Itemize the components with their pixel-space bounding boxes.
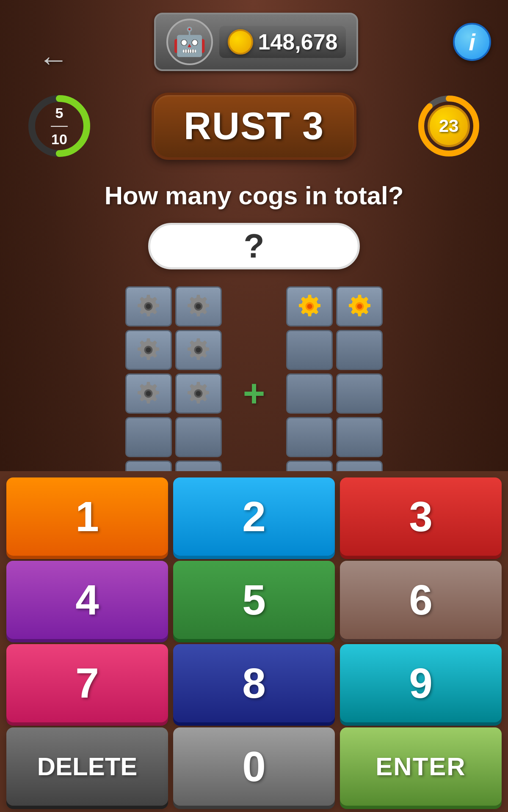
key-7-button[interactable]: 7 xyxy=(6,644,168,722)
coin-reward-display: 23 xyxy=(428,105,470,147)
svg-point-5 xyxy=(146,304,151,309)
right-cog-grid xyxy=(286,286,383,501)
back-button[interactable]: ← xyxy=(17,21,59,63)
cog-icon xyxy=(182,334,214,366)
cog-cell-empty xyxy=(125,417,172,457)
key-5-button[interactable]: 5 xyxy=(173,561,335,639)
cog-cell xyxy=(175,330,222,370)
cog-display: + xyxy=(0,286,508,501)
svg-point-11 xyxy=(196,348,201,353)
answer-value: ? xyxy=(244,227,265,266)
cog-icon xyxy=(133,378,164,409)
svg-point-7 xyxy=(196,304,201,309)
delete-button[interactable]: DELETE xyxy=(6,727,168,806)
key-6-button[interactable]: 6 xyxy=(340,561,502,639)
cog-cell-empty xyxy=(336,330,383,370)
coins-ring: 23 xyxy=(415,92,483,160)
progress-area: 5 ── 10 RUST 3 23 xyxy=(0,84,508,168)
cog-cell xyxy=(125,330,172,370)
cog-icon xyxy=(133,291,164,322)
coin-display: 148,678 xyxy=(219,26,346,58)
cog-cell-empty xyxy=(286,373,333,414)
avatar: 🤖 xyxy=(166,19,213,65)
top-center-panel: 🤖 148,678 xyxy=(154,13,359,71)
progress-fraction: 5 ── 10 xyxy=(51,106,68,146)
cog-icon xyxy=(182,291,214,322)
key-3-button[interactable]: 3 xyxy=(340,477,502,556)
cog-cell-gold xyxy=(286,286,333,326)
cog-cell-empty xyxy=(286,330,333,370)
gold-cog-icon xyxy=(294,291,326,322)
svg-point-19 xyxy=(357,304,362,309)
progress-ring: 5 ── 10 xyxy=(25,92,93,160)
keyboard-row-4: DELETE 0 ENTER xyxy=(6,727,502,806)
svg-point-15 xyxy=(196,391,201,396)
enter-button[interactable]: ENTER xyxy=(340,727,502,806)
gold-cog-icon xyxy=(344,291,375,322)
svg-point-13 xyxy=(146,391,151,396)
keyboard-row-1: 1 2 3 xyxy=(6,477,502,556)
keyboard-row-2: 4 5 6 xyxy=(6,561,502,639)
cog-cell xyxy=(175,373,222,414)
info-button[interactable]: i xyxy=(453,23,491,61)
cog-icon xyxy=(182,378,214,409)
cog-cell-empty xyxy=(175,417,222,457)
level-title: RUST 3 xyxy=(184,105,324,147)
keyboard-row-3: 7 8 9 xyxy=(6,644,502,722)
plus-icon: + xyxy=(243,372,265,415)
question-text: How many cogs in total? xyxy=(25,181,483,210)
key-8-button[interactable]: 8 xyxy=(173,644,335,722)
key-4-button[interactable]: 4 xyxy=(6,561,168,639)
cog-cell-empty xyxy=(336,417,383,457)
coins-reward: 23 xyxy=(439,116,459,136)
key-0-button[interactable]: 0 xyxy=(173,727,335,806)
answer-box: ? xyxy=(148,223,360,269)
svg-point-17 xyxy=(307,304,312,309)
cog-cell xyxy=(125,286,172,326)
level-badge: RUST 3 xyxy=(152,93,356,160)
cog-cell-empty xyxy=(286,417,333,457)
keyboard: 1 2 3 4 5 6 7 8 9 DELETE 0 ENTER xyxy=(0,471,508,812)
cog-cell-empty xyxy=(336,373,383,414)
key-9-button[interactable]: 9 xyxy=(340,644,502,722)
progress-current: 5 xyxy=(55,105,64,121)
coin-stack: 23 xyxy=(423,101,474,151)
cog-icon xyxy=(133,334,164,366)
coin-icon xyxy=(228,29,253,55)
cog-cell xyxy=(175,286,222,326)
info-icon: i xyxy=(469,28,475,56)
cog-cell-gold xyxy=(336,286,383,326)
progress-total: 10 xyxy=(51,131,67,147)
avatar-face-icon: 🤖 xyxy=(172,26,207,58)
left-cog-grid xyxy=(125,286,222,501)
top-bar: ← 🤖 148,678 i xyxy=(0,0,508,80)
key-2-button[interactable]: 2 xyxy=(173,477,335,556)
svg-point-9 xyxy=(146,348,151,353)
key-1-button[interactable]: 1 xyxy=(6,477,168,556)
cog-cell xyxy=(125,373,172,414)
coin-count: 148,678 xyxy=(258,29,338,55)
